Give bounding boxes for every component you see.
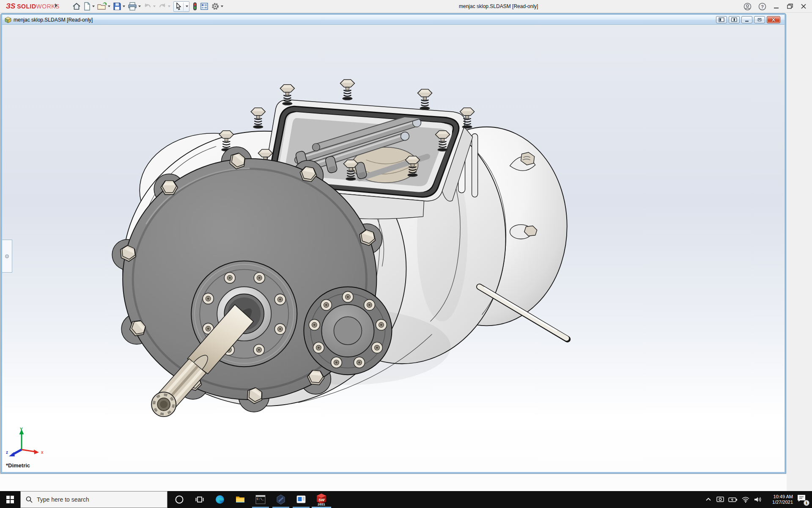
taskbar-viewer-app[interactable] [291, 491, 311, 508]
meet-now-icon[interactable] [716, 496, 724, 503]
axis-y-label: Y [20, 427, 23, 432]
orientation-triad: Y x z [5, 427, 48, 460]
taskbar-hexagon-app[interactable] [271, 491, 291, 508]
select-tool-button[interactable] [173, 1, 189, 12]
taskbar-cortana[interactable] [169, 491, 189, 508]
taskbar-command-prompt[interactable]: C:\_ [250, 491, 271, 508]
save-icon [113, 2, 121, 11]
taskbar-search-input[interactable]: Type here to search [20, 491, 167, 508]
axis-x-label: x [41, 450, 44, 455]
close-icon[interactable] [800, 3, 807, 10]
undo-button[interactable] [142, 1, 157, 12]
task-pane-button[interactable] [199, 1, 210, 12]
print-button[interactable] [126, 1, 142, 12]
undo-icon [143, 2, 152, 11]
options-dropdown[interactable] [221, 6, 223, 7]
new-document-dropdown[interactable] [92, 6, 95, 7]
hidden-icons-chevron[interactable] [705, 496, 712, 503]
select-tool-dropdown[interactable] [186, 6, 188, 7]
solidworks-logo[interactable]: ЗS SOLID WORKS [6, 2, 60, 11]
output-flange[interactable] [304, 287, 392, 375]
taskbar-task-view[interactable] [189, 491, 210, 508]
pane-split-icon [731, 17, 737, 22]
main-toolbar: ЗS SOLID WORKS [0, 0, 812, 13]
taskbar-solidworks[interactable]: SW 2021 [311, 491, 332, 508]
document-minimize-button[interactable] [741, 16, 752, 23]
search-placeholder: Type here to search [37, 496, 89, 503]
task-pane-icon [200, 2, 208, 11]
document-minimize-icon [744, 17, 750, 22]
resource-monitor-button[interactable] [191, 1, 199, 12]
document-titlebar[interactable]: menjac sklop.SLDASM [Read-only] [2, 15, 785, 25]
new-document-icon [83, 2, 91, 11]
edge-icon [215, 494, 225, 505]
assembly-document-icon [5, 17, 11, 23]
document-close-icon [771, 17, 776, 22]
view-orientation-label: *Dimetric [6, 462, 30, 469]
svg-text:SW: SW [318, 498, 325, 502]
pane-left-button[interactable] [716, 16, 727, 23]
document-restore-button[interactable] [754, 16, 765, 23]
toolbar-flyout-arrow-icon[interactable] [55, 3, 58, 8]
pane-split-button[interactable] [729, 16, 740, 23]
home-icon [72, 2, 81, 11]
new-document-button[interactable] [82, 1, 96, 12]
traffic-light-icon [192, 2, 198, 11]
statusbar-empty-area [0, 475, 787, 491]
redo-button[interactable] [157, 1, 172, 12]
graphics-viewport[interactable]: Y x z *Dimetric [2, 25, 785, 472]
gearbox-model[interactable] [2, 25, 785, 472]
clock-time: 10:49 AM [766, 494, 793, 500]
print-dropdown[interactable] [138, 6, 141, 7]
minimize-icon[interactable] [773, 3, 780, 10]
open-folder-icon [97, 2, 107, 11]
tab-handle-dot [5, 254, 9, 258]
feature-tree-collapsed-tab[interactable] [2, 240, 12, 273]
pane-left-icon [719, 17, 724, 22]
document-restore-icon [757, 17, 763, 22]
select-arrow-icon [175, 2, 182, 11]
notification-badge: 1 [804, 500, 809, 506]
taskbar-edge[interactable] [210, 491, 230, 508]
solidworks-desktop: ЗS SOLID WORKS [0, 0, 812, 508]
clock-date: 1/27/2021 [766, 500, 793, 505]
open-dropdown[interactable] [108, 6, 110, 7]
viewer-app-icon [296, 494, 306, 505]
document-window: menjac sklop.SLDASM [Read-only] [1, 14, 786, 473]
document-close-button[interactable] [767, 16, 780, 23]
account-icon[interactable] [743, 3, 752, 11]
redo-dropdown[interactable] [168, 6, 170, 7]
svg-text:?: ? [761, 4, 764, 9]
ds-logo-glyph: ЗS [6, 2, 15, 11]
save-dropdown[interactable] [123, 6, 125, 7]
axis-z-label: z [6, 450, 8, 455]
windows-logo-icon [6, 496, 14, 503]
taskbar-clock[interactable]: 10:49 AM 1/27/2021 [766, 494, 793, 505]
save-button[interactable] [112, 1, 126, 12]
wifi-icon[interactable] [741, 496, 750, 503]
command-prompt-icon: C:\_ [255, 494, 266, 505]
restore-icon[interactable] [787, 3, 793, 10]
spline-tip[interactable] [151, 392, 176, 417]
select-tool-divider [183, 3, 184, 11]
sw-year-label: 2021 [318, 502, 325, 506]
undo-dropdown[interactable] [153, 6, 156, 7]
application-title: menjac sklop.SLDASM [Read-only] [459, 3, 538, 9]
notification-center-button[interactable]: 1 [797, 494, 808, 505]
solidworks-2021-icon: SW 2021 [315, 493, 327, 506]
help-icon[interactable]: ? [758, 3, 766, 11]
open-button[interactable] [96, 1, 112, 12]
cortana-icon [175, 495, 184, 504]
file-explorer-icon [235, 494, 245, 505]
gear-icon [211, 2, 219, 11]
options-button[interactable] [210, 1, 225, 12]
home-button[interactable] [71, 1, 82, 12]
redo-icon [158, 2, 167, 11]
taskbar-file-explorer[interactable] [230, 491, 250, 508]
task-view-icon [195, 495, 204, 504]
battery-icon[interactable] [728, 496, 738, 503]
start-button[interactable] [0, 491, 20, 508]
hexagon-app-icon [276, 494, 286, 505]
volume-icon[interactable] [754, 496, 762, 503]
document-title: menjac sklop.SLDASM [Read-only] [14, 17, 93, 23]
